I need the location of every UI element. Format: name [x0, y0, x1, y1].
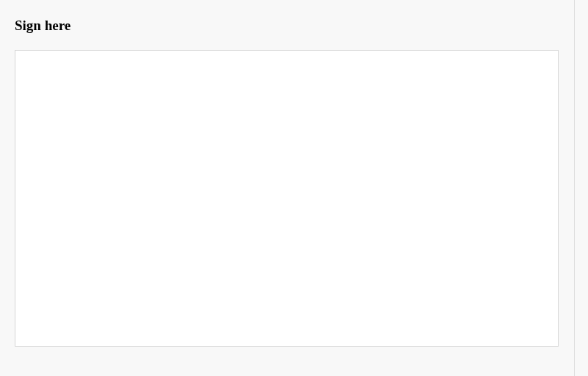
signature-panel: Sign here [0, 0, 575, 376]
signature-canvas[interactable] [15, 50, 559, 347]
page-title: Sign here [15, 18, 559, 34]
